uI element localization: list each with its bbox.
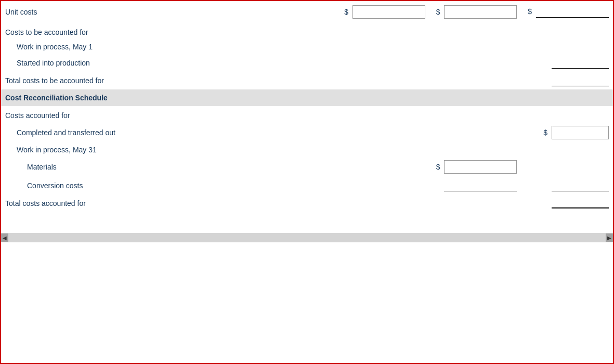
wip-may1-col1 (337, 40, 429, 54)
wip-may31-col1 (337, 142, 429, 157)
costs-accounted-for-label: Costs accounted for (1, 106, 337, 123)
total-acct-col1 (337, 194, 429, 212)
total-acct-col2 (429, 194, 521, 212)
costs-acct-col2 (429, 106, 521, 123)
materials-col2: $ (429, 157, 521, 177)
materials-col3 (521, 157, 613, 177)
dollar-sign-materials: $ (436, 163, 440, 171)
spacer-row (1, 212, 613, 233)
materials-label: Materials (1, 157, 337, 177)
dollar-sign-completed: $ (543, 128, 547, 137)
dollar-sign-3: $ (528, 7, 532, 16)
completed-col2 (429, 123, 521, 142)
unit-costs-row: Unit costs $ $ $ (1, 1, 613, 23)
started-into-production-label: Started into production (1, 54, 337, 72)
total-costs-label: Total costs to be accounted for (1, 72, 337, 89)
started-col1 (337, 54, 429, 72)
costs-to-be-accounted-for-label: Costs to be accounted for (1, 23, 337, 40)
materials-input-col2[interactable] (444, 160, 517, 174)
started-input-col3[interactable] (552, 57, 609, 69)
costs-col3-empty (521, 23, 613, 40)
wip-may31-col2 (429, 142, 521, 157)
total-costs-input-col3[interactable] (552, 75, 609, 86)
costs-col2-empty (429, 23, 521, 40)
total-costs-to-be-accounted-for-row: Total costs to be accounted for (1, 72, 613, 89)
wip-may31-col3 (521, 142, 613, 157)
main-container: Unit costs $ $ $ Cost (0, 0, 614, 364)
unit-costs-col2: $ (429, 1, 521, 23)
conversion-input-col2[interactable] (444, 180, 517, 191)
cost-reconciliation-schedule-row: Cost Reconciliation Schedule (1, 89, 613, 106)
wip-may31-row: Work in process, May 31 (1, 142, 613, 157)
unit-costs-label: Unit costs (1, 1, 337, 23)
costs-col1-empty (337, 23, 429, 40)
unit-costs-input-col3[interactable] (536, 6, 609, 18)
total-costs-accounted-for-row: Total costs accounted for (1, 194, 613, 212)
total-costs-accounted-for-label: Total costs accounted for (1, 194, 337, 212)
conversion-costs-row: Conversion costs (1, 177, 613, 194)
costs-acct-col3 (521, 106, 613, 123)
wip-may1-label: Work in process, May 1 (1, 40, 337, 54)
scrollbar-right-arrow[interactable]: ▶ (606, 233, 613, 242)
started-col3 (521, 54, 613, 72)
completed-input-col3[interactable] (552, 126, 609, 139)
conversion-input-col3[interactable] (552, 180, 609, 191)
conversion-costs-label: Conversion costs (1, 177, 337, 194)
cost-table: Unit costs $ $ $ Cost (1, 1, 613, 233)
cost-reconciliation-schedule-label: Cost Reconciliation Schedule (1, 89, 613, 106)
dollar-sign-1: $ (344, 8, 348, 16)
conversion-col2 (429, 177, 521, 194)
total-costs-col3 (521, 72, 613, 89)
completed-col3: $ (521, 123, 613, 142)
materials-row: Materials $ (1, 157, 613, 177)
conversion-col1 (337, 177, 429, 194)
wip-may1-col3 (521, 40, 613, 54)
wip-may1-row: Work in process, May 1 (1, 40, 613, 54)
materials-col1 (337, 157, 429, 177)
costs-to-be-accounted-for-row: Costs to be accounted for (1, 23, 613, 40)
costs-acct-col1 (337, 106, 429, 123)
wip-may1-col2 (429, 40, 521, 54)
total-costs-col2 (429, 72, 521, 89)
spacer-cell (1, 212, 613, 233)
unit-costs-col3: $ (521, 1, 613, 23)
completed-transferred-out-row: Completed and transferred out $ (1, 123, 613, 142)
unit-costs-input-col1[interactable] (352, 5, 425, 19)
started-into-production-row: Started into production (1, 54, 613, 72)
total-costs-col1 (337, 72, 429, 89)
costs-accounted-for-row: Costs accounted for (1, 106, 613, 123)
completed-col1 (337, 123, 429, 142)
unit-costs-input-col2[interactable] (444, 5, 517, 19)
table-wrapper: Unit costs $ $ $ Cost (1, 1, 613, 233)
conversion-col3 (521, 177, 613, 194)
started-col2 (429, 54, 521, 72)
scrollbar-left-arrow[interactable]: ◀ (1, 233, 8, 242)
wip-may31-label: Work in process, May 31 (1, 142, 337, 157)
total-acct-col3 (521, 194, 613, 212)
dollar-sign-2: $ (436, 8, 440, 16)
completed-transferred-out-label: Completed and transferred out (1, 123, 337, 142)
unit-costs-col1: $ (337, 1, 429, 23)
total-accounted-input-col3[interactable] (552, 198, 609, 209)
scrollbar-track (8, 233, 606, 242)
horizontal-scrollbar[interactable]: ◀ ▶ (1, 233, 613, 242)
